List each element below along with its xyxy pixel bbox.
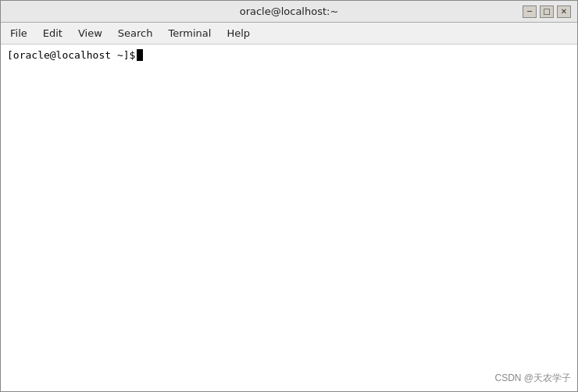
minimize-button[interactable]: ─ [523,5,537,18]
prompt-line: [oracle@localhost ~]$ [7,49,571,61]
title-bar-controls: ─ □ ✕ [430,5,572,18]
menu-search[interactable]: Search [112,25,159,41]
menu-terminal[interactable]: Terminal [162,25,217,41]
menu-file[interactable]: File [4,25,34,41]
menu-help[interactable]: Help [220,25,256,41]
watermark: CSDN @天农学子 [494,372,571,385]
terminal-body[interactable]: [oracle@localhost ~]$ CSDN @天农学子 [1,45,577,391]
close-button[interactable]: ✕ [557,5,571,18]
title-bar: oracle@localhost:~ ─ □ ✕ [1,1,577,23]
terminal-cursor [137,49,143,61]
menu-edit[interactable]: Edit [37,25,69,41]
prompt-text: [oracle@localhost ~]$ [7,49,135,61]
window-title: oracle@localhost:~ [148,5,430,17]
maximize-button[interactable]: □ [540,5,554,18]
menu-view[interactable]: View [72,25,109,41]
menubar: File Edit View Search Terminal Help [1,23,577,45]
terminal-window: oracle@localhost:~ ─ □ ✕ File Edit View … [0,0,578,392]
